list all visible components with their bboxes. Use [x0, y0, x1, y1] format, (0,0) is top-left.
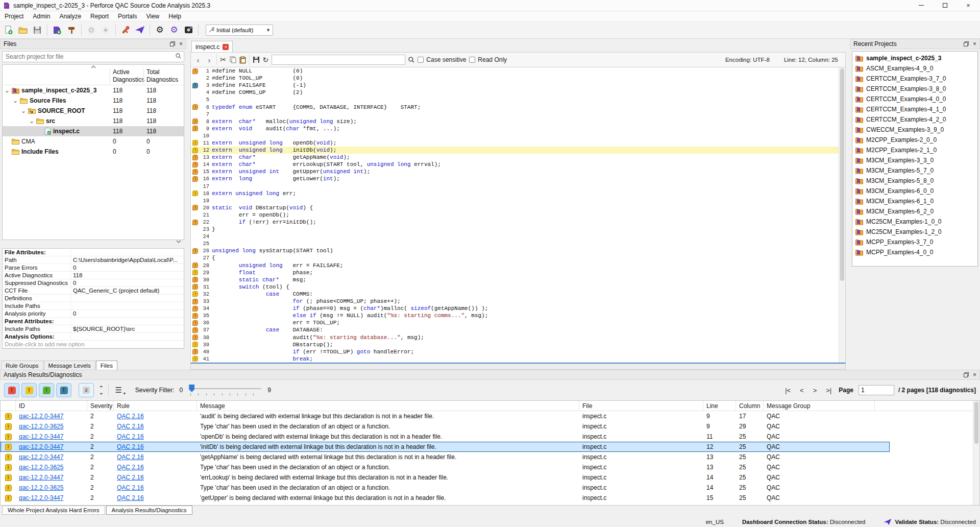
diagnostic-bubble-icon[interactable]: !	[192, 306, 198, 312]
attribute-row[interactable]: Include Paths	[3, 302, 184, 310]
bottom-tab-whole-project-analysis-hard-errors[interactable]: Whole Project Analysis Hard Errors	[2, 506, 105, 515]
case-sensitive-checkbox[interactable]: Case sensitive	[418, 56, 466, 63]
minimize-button[interactable]	[910, 0, 933, 11]
filter-warning-button[interactable]: !	[21, 383, 37, 397]
tree-item-sample-inspect-c-2025-3[interactable]: ⌄sample_inspect_c-2025_3118118	[3, 85, 184, 95]
filter-note-button[interactable]: !	[56, 383, 71, 397]
close-panel-icon[interactable]: ×	[973, 371, 976, 378]
menu-item-analyze[interactable]: Analyze	[55, 12, 86, 21]
last-page-button[interactable]: >|	[824, 387, 834, 394]
analyze-project-button[interactable]	[51, 23, 64, 37]
attribute-row[interactable]: Suppressed Diagnostics0	[3, 279, 184, 287]
diagnostic-bubble-icon[interactable]: !	[192, 140, 198, 146]
diagnostic-bubble-icon[interactable]: !	[192, 155, 198, 160]
diagnostic-bubble-icon[interactable]: !	[192, 320, 198, 326]
settings-button[interactable]: ⚙	[153, 23, 166, 37]
results-menu-button[interactable]: ☰▾	[115, 386, 121, 395]
diagnostic-bubble-icon[interactable]: !	[5, 444, 12, 450]
analysis-profile-select[interactable]: Initial (default) ▼	[206, 25, 273, 36]
diagnostic-id-link[interactable]: qac-12.2.0-3625	[16, 484, 87, 491]
recent-project-item[interactable]: CERTCCM_Examples-3_8_0	[852, 84, 977, 94]
diagnostic-row[interactable]: !qac-12.2.0-34472QAC 2.16'audit' is bein…	[1, 411, 890, 421]
recent-project-item[interactable]: M3CM_Examples-6_2_0	[852, 206, 977, 217]
diagnostic-bubble-icon[interactable]: !	[192, 342, 198, 347]
editor-search-input[interactable]	[272, 55, 405, 65]
column-rule[interactable]: Rule	[114, 401, 197, 411]
diagnostic-bubble-icon[interactable]: !	[192, 162, 198, 167]
float-panel-icon[interactable]	[964, 372, 969, 377]
expand-collapse-rows-button[interactable]: ⌃⌃	[99, 386, 103, 395]
diagnostic-bubble-icon[interactable]: !	[5, 434, 12, 440]
diagnostic-id-link[interactable]: qac-12.2.0-3447	[16, 413, 87, 420]
rule-link[interactable]: QAC 2.16	[114, 423, 197, 430]
tree-item-source-root[interactable]: ⌄SOURCE_ROOT118118	[3, 106, 184, 116]
diagnostic-bubble-icon[interactable]: !	[192, 334, 198, 340]
diagnostic-bubble-icon[interactable]: !	[192, 349, 198, 354]
code-editor[interactable]: !1#define NULL (0)2#define TOOL_UP (0)!3…	[190, 67, 846, 364]
rule-link[interactable]: QAC 2.16	[114, 413, 197, 420]
recent-project-item[interactable]: CERTCCM_Examples-4_1_0	[852, 104, 977, 114]
tree-item-src[interactable]: ⌄src118118	[3, 116, 184, 126]
recent-project-item[interactable]: MCPP_Examples-3_7_0	[852, 237, 977, 247]
recent-project-item[interactable]: sample_inspect_c-2025_3	[852, 53, 977, 63]
collapse-section-icon[interactable]	[176, 240, 181, 246]
attribute-row[interactable]: PathC:\Users\sbainbridge\AppData\Local\P…	[3, 256, 184, 264]
editor-tab-inspect-c[interactable]: inspect.c ×	[191, 41, 233, 52]
table-vertical-scrollbar[interactable]	[973, 401, 979, 505]
diagnostic-bubble-icon[interactable]: !	[192, 176, 198, 182]
recent-project-item[interactable]: M3CM_Examples-5_7_0	[852, 165, 977, 176]
configure-analysis-button[interactable]: ⚙	[167, 23, 181, 37]
save-file-button[interactable]	[253, 56, 260, 63]
recent-project-item[interactable]: M2CPP_Examples-2_0_0	[852, 135, 977, 145]
maximize-button[interactable]	[933, 0, 957, 11]
recent-project-item[interactable]: MC25CM_Examples-1_0_0	[852, 217, 977, 227]
diagnostic-bubble-icon[interactable]: !	[192, 262, 198, 268]
diagnostic-bubble-icon[interactable]: !	[192, 270, 198, 275]
diagnostic-bubble-icon[interactable]: !	[192, 68, 198, 74]
open-project-button[interactable]	[16, 23, 30, 37]
bottom-tab-analysis-results-diagnostics[interactable]: Analysis Results/Diagnostics	[106, 506, 192, 515]
recent-project-item[interactable]: CERTCCM_Examples-3_7_0	[852, 74, 977, 84]
build-button[interactable]	[65, 23, 78, 37]
rule-link[interactable]: QAC 2.16	[114, 433, 197, 440]
tab-rule-groups[interactable]: Rule Groups	[1, 361, 43, 370]
editor-search-icon[interactable]	[408, 57, 414, 63]
prev-page-button[interactable]: <	[798, 387, 806, 394]
diagnostic-row[interactable]: !qac-12.2.0-34472QAC 2.16'getAppName' is…	[1, 452, 890, 462]
tab-files[interactable]: Files	[96, 361, 117, 370]
attribute-row[interactable]: Definitions	[3, 295, 184, 302]
diagnostic-row[interactable]: !qac-12.2.0-36252QAC 2.16Type 'char' has…	[1, 421, 890, 432]
diagnostic-bubble-icon[interactable]: !	[5, 474, 12, 481]
menu-item-project[interactable]: Project	[0, 12, 28, 21]
menu-item-view[interactable]: View	[141, 12, 164, 21]
diagnostic-row[interactable]: !qac-12.2.0-34472QAC 2.16'errLookup' is …	[1, 472, 890, 483]
filter-level2-button[interactable]: 2	[79, 383, 94, 397]
diagnostic-bubble-icon[interactable]: !	[192, 169, 198, 175]
cut-button[interactable]: ✂	[220, 55, 227, 64]
diagnostic-row[interactable]: !qac-12.2.0-34472QAC 2.16'openDb' is bei…	[1, 432, 890, 442]
column-message-group[interactable]: Message Group	[764, 401, 875, 411]
attribute-row[interactable]: CCT FileQAC_Generic_C (project default)	[3, 287, 184, 295]
close-panel-icon[interactable]: ×	[179, 40, 183, 47]
attribute-row[interactable]: Parse Errors0	[3, 264, 184, 272]
analyze-files-button[interactable]	[119, 23, 132, 37]
filter-error-button[interactable]: !	[4, 383, 19, 397]
diagnostic-bubble-icon[interactable]: !	[192, 126, 198, 131]
diagnostic-row[interactable]: !qac-12.2.0-34472QAC 2.16'initDb' is bei…	[1, 442, 890, 452]
attribute-row[interactable]: Analysis priority0	[3, 310, 184, 318]
recent-project-item[interactable]: CERTCCM_Examples-4_0_0	[852, 94, 977, 104]
diagnostic-bubble-icon[interactable]: !	[5, 464, 12, 471]
splitter-left[interactable]	[186, 39, 190, 370]
recent-project-item[interactable]: CWECCM_Examples-3_9_0	[852, 125, 977, 135]
diagnostic-bubble-icon[interactable]: !	[192, 277, 198, 282]
diagnostic-bubble-icon[interactable]: !	[5, 485, 12, 491]
recent-project-item[interactable]: M3CM_Examples-5_8_0	[852, 176, 977, 186]
rule-link[interactable]: QAC 2.16	[114, 453, 197, 461]
diagnostic-bubble-icon[interactable]: !	[192, 291, 198, 297]
recent-project-item[interactable]: CERTCCM_Examples-4_2_0	[852, 114, 977, 125]
diagnostic-bubble-icon[interactable]: !	[5, 495, 12, 501]
menu-item-report[interactable]: Report	[86, 12, 113, 21]
diagnostic-bubble-icon[interactable]: !	[192, 118, 198, 124]
diagnostic-bubble-icon[interactable]: !	[5, 454, 12, 461]
column-active-diagnostics[interactable]: Active Diagnostics	[110, 68, 143, 84]
